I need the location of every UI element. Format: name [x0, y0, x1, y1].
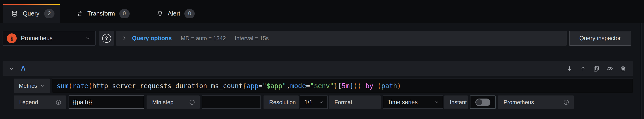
- query-options-bar[interactable]: Query options MD = auto = 1342 Interval …: [116, 31, 567, 46]
- min-step-label: Min step: [146, 95, 200, 109]
- chevron-down-icon: [40, 83, 44, 88]
- chevron-right-icon: [122, 36, 127, 41]
- tab-bar: Query 2 Transform 0 Alert 0: [0, 0, 644, 23]
- tab-transform-badge: 0: [119, 9, 130, 18]
- tab-transform[interactable]: Transform 0: [76, 4, 130, 23]
- datasource-help-button[interactable]: ?: [99, 31, 114, 46]
- format-select[interactable]: Time series: [383, 95, 443, 109]
- question-circle-icon: ?: [102, 34, 111, 43]
- move-query-up-button[interactable]: [580, 65, 586, 72]
- info-icon: [56, 99, 61, 105]
- tab-alert-label: Alert: [168, 10, 180, 17]
- info-icon: [564, 99, 569, 105]
- grafana-query-editor: Query 2 Transform 0 Alert 0 Prometheus ?: [0, 0, 644, 119]
- format-value: Time series: [388, 99, 418, 105]
- tab-query-label: Query: [23, 10, 40, 17]
- resolution-label: Resolution: [264, 95, 299, 109]
- instant-toggle[interactable]: [470, 95, 496, 109]
- chevron-down-icon: [9, 66, 14, 71]
- max-data-points-value: MD = auto = 1342: [180, 35, 226, 42]
- query-ref-id: A: [21, 65, 26, 72]
- scrollbar[interactable]: [641, 23, 642, 119]
- active-tab-gradient: [3, 4, 60, 5]
- query-row-header[interactable]: A: [2, 61, 633, 76]
- min-step-input[interactable]: [202, 95, 261, 109]
- promql-expression-input[interactable]: sum(rate(http_server_requests_duration_m…: [52, 79, 633, 93]
- instant-label-text: Instant: [450, 99, 467, 105]
- resolution-label-text: Resolution: [269, 99, 296, 105]
- interval-value: Interval = 15s: [235, 35, 269, 42]
- chevron-down-icon: [85, 36, 90, 41]
- legend-label-text: Legend: [19, 99, 38, 105]
- chevron-down-icon: [319, 100, 324, 105]
- prometheus-options-label: Prometheus: [498, 95, 574, 109]
- metrics-mode-label: Metrics: [19, 82, 37, 89]
- delete-query-button[interactable]: [620, 65, 626, 72]
- resolution-select[interactable]: 1/1: [300, 95, 328, 109]
- tab-query[interactable]: Query 2: [3, 4, 60, 23]
- tab-query-badge: 2: [44, 9, 54, 18]
- query-inspector-button[interactable]: Query inspector: [569, 31, 631, 46]
- toggle-knob: [476, 99, 482, 105]
- promql-expression: sum(rate(http_server_requests_duration_m…: [56, 82, 401, 90]
- format-label-text: Format: [334, 99, 352, 105]
- datasource-name: Prometheus: [21, 35, 80, 42]
- datasource-picker[interactable]: Prometheus: [2, 31, 96, 46]
- query-options-label: Query options: [132, 35, 172, 42]
- move-query-down-button[interactable]: [566, 65, 573, 72]
- format-label: Format: [329, 95, 381, 109]
- query-row-actions: [566, 65, 626, 72]
- legend-label: Legend: [14, 95, 66, 109]
- prometheus-flame-icon: [7, 33, 17, 43]
- process-arrows-icon: [76, 10, 83, 17]
- instant-label: Instant: [444, 95, 468, 109]
- database-icon: [11, 10, 18, 17]
- info-icon: [189, 99, 195, 105]
- toggle-track: [475, 98, 490, 106]
- chevron-down-icon: [434, 100, 439, 105]
- min-step-label-text: Min step: [152, 99, 174, 105]
- tab-alert-badge: 0: [184, 9, 195, 18]
- tab-transform-label: Transform: [87, 10, 115, 17]
- resolution-value: 1/1: [304, 99, 312, 105]
- toggle-query-visibility-button[interactable]: [606, 65, 613, 72]
- prometheus-options-label-text: Prometheus: [504, 99, 534, 105]
- legend-input[interactable]: [68, 95, 144, 109]
- metrics-mode-dropdown[interactable]: Metrics: [14, 79, 50, 93]
- copy-query-button[interactable]: [593, 65, 600, 72]
- tab-alert[interactable]: Alert 0: [156, 4, 195, 23]
- bell-icon: [156, 10, 164, 17]
